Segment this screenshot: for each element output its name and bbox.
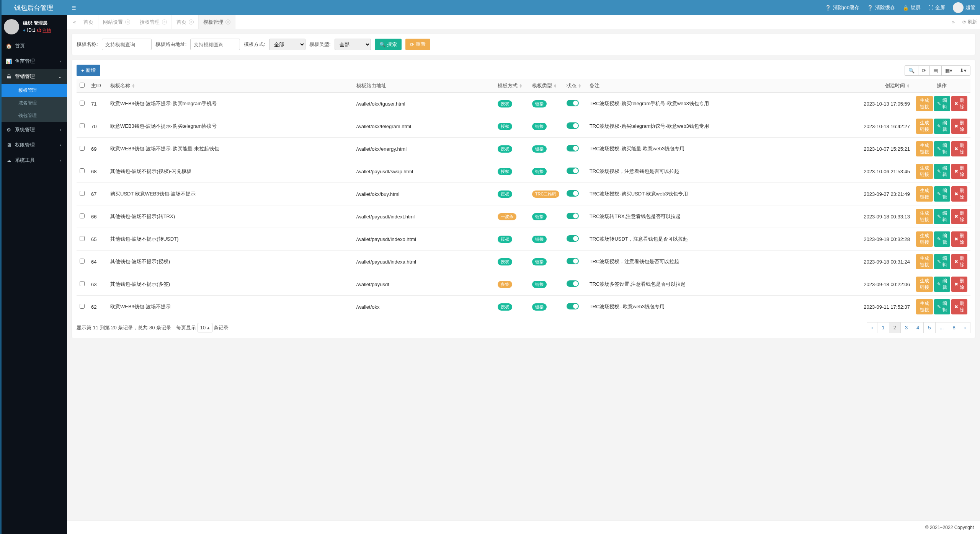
tb-columns-icon[interactable]: ▤ bbox=[929, 65, 941, 76]
search-button[interactable]: 🔍搜索 bbox=[375, 39, 402, 50]
sidebar-item-首页[interactable]: 🏠首页 bbox=[0, 38, 67, 54]
sidebar-item-鱼苗管理[interactable]: 📊鱼苗管理‹ bbox=[0, 54, 67, 69]
gen-link-button[interactable]: 生成链接 bbox=[916, 96, 933, 111]
sort-icon[interactable]: ▲▼ bbox=[132, 84, 135, 88]
route-input[interactable] bbox=[190, 39, 240, 50]
sort-icon[interactable]: ▲▼ bbox=[578, 84, 581, 88]
row-checkbox[interactable] bbox=[80, 236, 85, 241]
name-input[interactable] bbox=[102, 39, 152, 50]
menu-toggle-icon[interactable]: ☰ bbox=[72, 5, 76, 11]
page-3[interactable]: 3 bbox=[901, 322, 912, 333]
sidebar-item-系统管理[interactable]: ⚙系统管理‹ bbox=[0, 122, 67, 137]
delete-button[interactable]: ✖删除 bbox=[951, 277, 967, 292]
app-logo[interactable]: 钱包后台管理 bbox=[0, 0, 67, 15]
delete-button[interactable]: ✖删除 bbox=[951, 119, 967, 134]
tb-refresh-icon[interactable]: ⟳ bbox=[918, 65, 929, 76]
fullscreen[interactable]: ⛶全屏 bbox=[928, 4, 945, 11]
delete-button[interactable]: ✖删除 bbox=[951, 186, 967, 202]
delete-button[interactable]: ✖删除 bbox=[951, 209, 967, 224]
edit-button[interactable]: ✎编辑 bbox=[934, 277, 950, 292]
gen-link-button[interactable]: 生成链接 bbox=[916, 231, 933, 247]
sidebar-item-营销管理[interactable]: 🏛营销管理⌄ bbox=[0, 69, 67, 84]
status-switch[interactable] bbox=[567, 258, 579, 264]
delete-button[interactable]: ✖删除 bbox=[951, 254, 967, 269]
row-checkbox[interactable] bbox=[80, 213, 85, 218]
row-checkbox[interactable] bbox=[80, 259, 85, 264]
clear-job-cache[interactable]: ❔清除job缓存 bbox=[825, 4, 859, 11]
status-switch[interactable] bbox=[567, 235, 579, 242]
type-select[interactable]: 全部 bbox=[335, 39, 371, 50]
gen-link-button[interactable]: 生成链接 bbox=[916, 277, 933, 292]
tab-授权管理[interactable]: 授权管理× bbox=[135, 15, 172, 29]
page-2[interactable]: 2 bbox=[889, 322, 900, 333]
delete-button[interactable]: ✖删除 bbox=[951, 96, 967, 111]
gen-link-button[interactable]: 生成链接 bbox=[916, 186, 933, 202]
gen-link-button[interactable]: 生成链接 bbox=[916, 254, 933, 269]
logout-link[interactable]: 注销 bbox=[42, 28, 51, 33]
gen-link-button[interactable]: 生成链接 bbox=[916, 141, 933, 156]
page-8[interactable]: 8 bbox=[948, 322, 959, 333]
select-all-checkbox[interactable] bbox=[80, 83, 85, 88]
row-checkbox[interactable] bbox=[80, 101, 85, 106]
gen-link-button[interactable]: 生成链接 bbox=[916, 164, 933, 179]
lock-screen[interactable]: 🔒锁屏 bbox=[903, 4, 921, 11]
edit-button[interactable]: ✎编辑 bbox=[934, 164, 950, 179]
tabs-next-icon[interactable]: » bbox=[949, 19, 958, 25]
edit-button[interactable]: ✎编辑 bbox=[934, 119, 950, 134]
tab-首页[interactable]: 首页 bbox=[79, 15, 98, 29]
method-select[interactable]: 全部 bbox=[269, 39, 305, 50]
edit-button[interactable]: ✎编辑 bbox=[934, 141, 950, 156]
page-...[interactable]: ... bbox=[936, 322, 948, 333]
gen-link-button[interactable]: 生成链接 bbox=[916, 209, 933, 224]
edit-button[interactable]: ✎编辑 bbox=[934, 299, 950, 314]
delete-button[interactable]: ✖删除 bbox=[951, 141, 967, 156]
status-switch[interactable] bbox=[567, 168, 579, 174]
delete-button[interactable]: ✖删除 bbox=[951, 231, 967, 247]
status-switch[interactable] bbox=[567, 280, 579, 287]
row-checkbox[interactable] bbox=[80, 146, 85, 151]
delete-button[interactable]: ✖删除 bbox=[951, 164, 967, 179]
page-5[interactable]: 5 bbox=[924, 322, 935, 333]
tab-网站设置[interactable]: 网站设置× bbox=[98, 15, 135, 29]
status-switch[interactable] bbox=[567, 145, 579, 151]
status-switch[interactable] bbox=[567, 122, 579, 129]
tb-view-icon[interactable]: ▦▾ bbox=[941, 65, 956, 76]
page-‹[interactable]: ‹ bbox=[867, 322, 877, 333]
sidebar-subitem-钱包管理[interactable]: 钱包管理 bbox=[0, 109, 67, 122]
tabs-prev-icon[interactable]: « bbox=[70, 19, 79, 25]
reset-button[interactable]: ⟳重置 bbox=[405, 39, 430, 50]
sort-icon[interactable]: ▲▼ bbox=[519, 84, 523, 88]
delete-button[interactable]: ✖删除 bbox=[951, 299, 967, 314]
close-icon[interactable]: × bbox=[225, 20, 230, 24]
tab-首页[interactable]: 首页× bbox=[172, 15, 199, 29]
sort-icon[interactable]: ▲▼ bbox=[906, 84, 910, 88]
edit-button[interactable]: ✎编辑 bbox=[934, 254, 950, 269]
status-switch[interactable] bbox=[567, 100, 579, 106]
edit-button[interactable]: ✎编辑 bbox=[934, 209, 950, 224]
clear-cache[interactable]: ❔清除缓存 bbox=[867, 4, 895, 11]
tab-模板管理[interactable]: 模板管理× bbox=[199, 15, 235, 29]
add-button[interactable]: +新增 bbox=[77, 65, 100, 76]
close-icon[interactable]: × bbox=[125, 20, 130, 24]
status-switch[interactable] bbox=[567, 303, 579, 309]
row-checkbox[interactable] bbox=[80, 123, 85, 128]
status-switch[interactable] bbox=[567, 213, 579, 219]
close-icon[interactable]: × bbox=[189, 20, 194, 24]
edit-button[interactable]: ✎编辑 bbox=[934, 231, 950, 247]
sidebar-subitem-域名管理[interactable]: 域名管理 bbox=[0, 97, 67, 109]
page-size-select[interactable]: 10 ▴ bbox=[198, 323, 212, 332]
page-1[interactable]: 1 bbox=[877, 322, 889, 333]
sidebar-subitem-模板管理[interactable]: 模板管理 bbox=[0, 84, 67, 97]
gen-link-button[interactable]: 生成链接 bbox=[916, 299, 933, 314]
edit-button[interactable]: ✎编辑 bbox=[934, 186, 950, 202]
current-user[interactable]: 超管 bbox=[953, 2, 975, 13]
close-icon[interactable]: × bbox=[162, 20, 167, 24]
status-switch[interactable] bbox=[567, 190, 579, 197]
page-4[interactable]: 4 bbox=[912, 322, 923, 333]
page-›[interactable]: › bbox=[960, 322, 970, 333]
edit-button[interactable]: ✎编辑 bbox=[934, 96, 950, 111]
sidebar-item-系统工具[interactable]: ☁系统工具‹ bbox=[0, 153, 67, 168]
row-checkbox[interactable] bbox=[80, 281, 85, 286]
tb-export-icon[interactable]: ⬇▾ bbox=[956, 65, 970, 76]
sidebar-item-权限管理[interactable]: 🖥权限管理‹ bbox=[0, 137, 67, 153]
